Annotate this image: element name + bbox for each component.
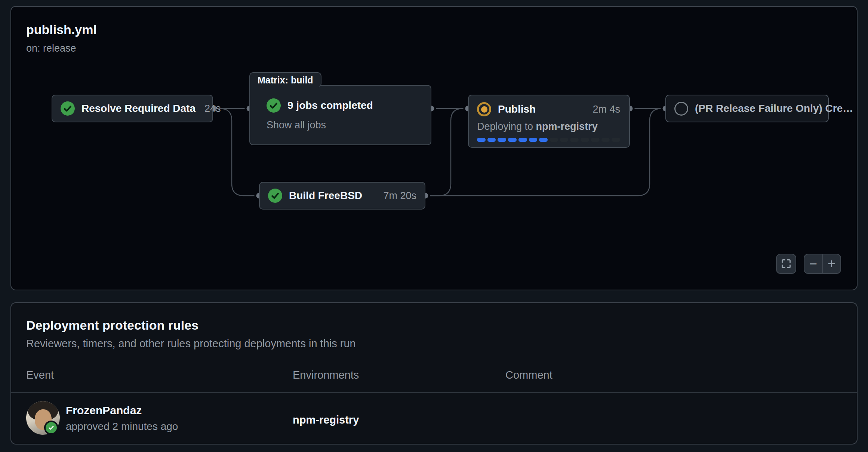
zoom-controls: − + — [804, 254, 841, 274]
job-label: Publish — [498, 103, 536, 115]
zoom-in-button[interactable]: + — [823, 254, 840, 273]
progress-segment — [487, 138, 496, 142]
environment-name: npm-registry — [293, 414, 359, 426]
progress-segment — [529, 138, 538, 142]
deploy-progress — [477, 138, 620, 142]
column-header-comment: Comment — [505, 369, 552, 381]
deploy-target: npm-registry — [536, 121, 598, 132]
matrix-group-tab: Matrix: build — [249, 72, 321, 87]
progress-segment — [591, 138, 600, 142]
progress-segment — [601, 138, 610, 142]
pending-circle-icon — [674, 102, 688, 116]
progress-segment — [477, 138, 486, 142]
approved-badge-icon — [44, 421, 58, 435]
deploy-prefix: Deploying to — [477, 121, 536, 132]
rules-subtitle: Reviewers, timers, and other rules prote… — [26, 338, 356, 350]
job-duration: 24s — [196, 103, 221, 114]
progress-segment — [560, 138, 569, 142]
success-check-icon — [61, 101, 75, 116]
success-check-icon — [268, 189, 282, 203]
job-node-pr-release-failure[interactable]: (PR Release Failure Only) Cre… — [665, 95, 829, 122]
job-duration: 7m 20s — [374, 190, 416, 202]
deploy-status-text: Deploying to npm-registry — [477, 121, 620, 132]
in-progress-icon — [477, 102, 491, 116]
progress-segment — [612, 138, 620, 142]
rules-title: Deployment protection rules — [26, 318, 198, 333]
progress-segment — [518, 138, 527, 142]
column-header-event: Event — [26, 369, 54, 381]
fullscreen-button[interactable] — [776, 254, 796, 274]
progress-segment — [581, 138, 589, 142]
progress-segment — [550, 138, 558, 142]
job-node-resolve-required-data[interactable]: Resolve Required Data 24s — [52, 95, 213, 122]
progress-segment — [498, 138, 506, 142]
approval-status-text: approved 2 minutes ago — [66, 421, 178, 433]
show-all-jobs-link[interactable]: Show all jobs — [267, 119, 326, 131]
deployment-protection-rules-card: Deployment protection rules Reviewers, t… — [10, 302, 858, 445]
matrix-summary-label: 9 jobs completed — [287, 100, 373, 112]
job-node-publish[interactable]: Publish 2m 4s Deploying to npm-registry — [468, 95, 630, 148]
job-label: Resolve Required Data — [81, 103, 196, 114]
fullscreen-icon — [781, 259, 791, 269]
progress-segment — [539, 138, 548, 142]
job-label: (PR Release Failure Only) Cre… — [695, 103, 853, 114]
column-header-environments: Environments — [293, 369, 359, 381]
workflow-graph-card: publish.yml on: release Resolve Required… — [10, 6, 858, 290]
job-label: Build FreeBSD — [289, 190, 362, 202]
job-node-matrix-build[interactable]: 9 jobs completed Show all jobs — [249, 85, 431, 145]
progress-segment — [570, 138, 579, 142]
progress-segment — [508, 138, 517, 142]
matrix-group-label: Matrix: build — [258, 75, 313, 86]
zoom-out-button[interactable]: − — [804, 254, 823, 273]
table-header-divider — [11, 392, 857, 393]
success-check-icon — [267, 98, 281, 113]
workflow-graph-edges — [11, 7, 857, 290]
edge-freebsd-publish — [425, 109, 468, 196]
job-duration: 2m 4s — [584, 104, 620, 115]
job-node-build-freebsd[interactable]: Build FreeBSD 7m 20s — [259, 182, 425, 210]
approver-username[interactable]: FrozenPandaz — [66, 404, 142, 417]
